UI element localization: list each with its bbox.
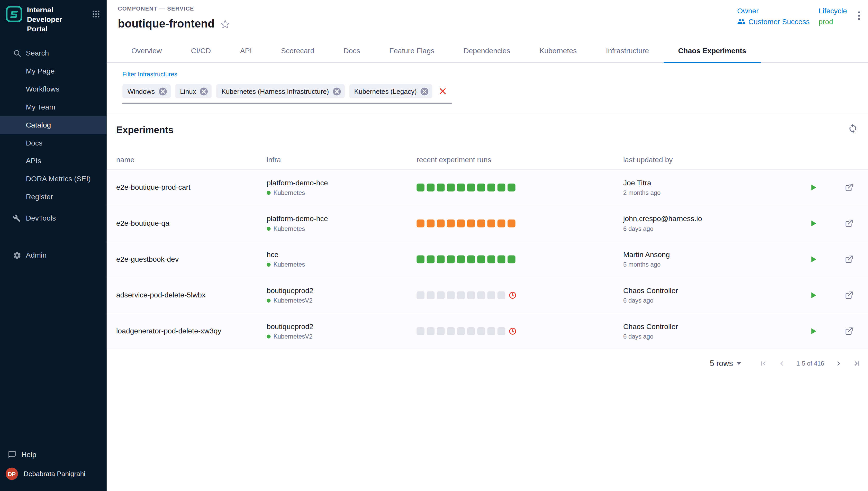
rows-per-page-select[interactable]: 5 rows [710, 358, 742, 368]
last-page-icon[interactable] [853, 359, 861, 367]
open-experiment-icon[interactable] [844, 326, 853, 336]
experiment-row[interactable]: e2e-boutique-qa platform-demo-hce Kubern… [107, 205, 868, 241]
experiment-infra: boutiqueprod2 KubernetesV2 [267, 322, 416, 340]
tab-api[interactable]: API [226, 39, 266, 63]
open-experiment-icon[interactable] [844, 219, 853, 228]
owner-label: Owner [737, 7, 810, 15]
last-updated: Joe Titra 2 months ago [623, 178, 780, 196]
previous-page-icon[interactable] [778, 359, 786, 367]
tab-chaos-experiments[interactable]: Chaos Experiments [664, 39, 761, 63]
run-status-square [487, 327, 495, 335]
sidebar-item-dora-metrics[interactable]: DORA Metrics (SEI) [0, 170, 107, 188]
last-updated: Chaos Controller 6 days ago [623, 322, 780, 340]
infrastructure-filter-bar: Windows Linux Kubernetes (Harness Infras… [122, 84, 452, 104]
chip-remove-icon[interactable] [158, 87, 167, 95]
tab-kubernetes[interactable]: Kubernetes [525, 39, 591, 63]
sidebar-item-apis[interactable]: APIs [0, 152, 107, 170]
run-status-square [477, 255, 485, 263]
run-experiment-button[interactable] [810, 255, 818, 263]
infra-type: KubernetesV2 [273, 333, 312, 340]
run-status-square [497, 327, 505, 335]
tab-docs[interactable]: Docs [329, 39, 375, 63]
run-status-square [447, 255, 455, 263]
sidebar-item-label: My Team [26, 103, 55, 111]
sidebar-item-my-page[interactable]: My Page [0, 62, 107, 80]
people-icon [737, 18, 746, 26]
run-status-square [497, 291, 505, 299]
page-range: 1-5 of 416 [796, 360, 824, 367]
tab-overview[interactable]: Overview [117, 39, 176, 63]
sidebar: Internal Developer Portal Search M [0, 0, 107, 491]
sidebar-item-docs[interactable]: Docs [0, 134, 107, 152]
filter-infrastructures-link[interactable]: Filter Infrastructures [122, 71, 177, 77]
experiment-row[interactable]: e2e-boutique-prod-cart platform-demo-hce… [107, 169, 868, 205]
updated-by: Chaos Controller [623, 286, 780, 295]
tab-scorecard[interactable]: Scorecard [266, 39, 329, 63]
run-status-square [416, 183, 425, 191]
next-page-icon[interactable] [834, 359, 843, 367]
open-experiment-icon[interactable] [844, 255, 853, 263]
run-status-square [477, 291, 485, 299]
tab-cicd[interactable]: CI/CD [176, 39, 226, 63]
portal-title: Internal Developer Portal [27, 6, 83, 34]
clear-filters-icon[interactable] [437, 88, 449, 95]
kebab-menu-icon[interactable] [857, 10, 861, 21]
chip-remove-icon[interactable] [200, 87, 208, 95]
experiment-row[interactable]: e2e-guestbook-dev hce Kubernetes Martin … [107, 241, 868, 278]
tab-dependencies[interactable]: Dependencies [449, 39, 525, 63]
app-viewport: Internal Developer Portal Search M [0, 0, 868, 491]
experiment-name: e2e-guestbook-dev [116, 255, 267, 263]
experiment-infra: platform-demo-hce Kubernetes [267, 214, 416, 232]
sidebar-item-devtools[interactable]: DevTools [0, 209, 107, 227]
infra-status-dot [267, 227, 270, 230]
run-experiment-button[interactable] [810, 291, 818, 299]
experiments-section: Experiments name infra recent experiment… [107, 113, 868, 376]
lifecycle-label: Lifecycle [819, 7, 847, 15]
run-experiment-button[interactable] [810, 327, 818, 335]
first-page-icon[interactable] [759, 359, 768, 367]
sidebar-item-search[interactable]: Search [0, 44, 107, 62]
sidebar-footer: Help DP Debabrata Panigrahi [0, 445, 107, 491]
run-status-square [416, 255, 425, 263]
favorite-star-icon[interactable] [220, 19, 230, 29]
run-experiment-button[interactable] [810, 219, 818, 227]
experiment-name: adservice-pod-delete-5lwbx [116, 291, 267, 299]
sidebar-item-catalog[interactable]: Catalog [0, 116, 107, 134]
sidebar-item-workflows[interactable]: Workflows [0, 80, 107, 98]
tab-infrastructure[interactable]: Infrastructure [591, 39, 664, 63]
rows-per-page-value: 5 rows [710, 358, 733, 368]
open-experiment-icon[interactable] [844, 183, 853, 192]
sidebar-item-admin[interactable]: Admin [0, 246, 107, 264]
chip-label: Kubernetes (Harness Infrastructure) [221, 87, 329, 95]
run-status-square [447, 183, 455, 191]
experiment-infra: hce Kubernetes [267, 250, 416, 268]
run-status-square [467, 291, 475, 299]
run-status-square [487, 255, 495, 263]
updated-by: Chaos Controller [623, 322, 780, 330]
updated-by: Joe Titra [623, 178, 780, 187]
user-profile[interactable]: DP Debabrata Panigrahi [0, 463, 107, 485]
pagination: 5 rows 1-5 of 416 [107, 350, 868, 376]
lifecycle-value: prod [819, 18, 847, 26]
run-experiment-button[interactable] [810, 183, 818, 191]
apps-grid-icon[interactable] [92, 10, 100, 18]
tab-feature-flags[interactable]: Feature Flags [375, 39, 449, 63]
help-button[interactable]: Help [0, 445, 107, 463]
experiment-infra: boutiqueprod2 KubernetesV2 [267, 286, 416, 304]
open-experiment-icon[interactable] [844, 290, 853, 299]
refresh-icon[interactable] [848, 123, 858, 134]
chip-remove-icon[interactable] [421, 87, 429, 95]
gear-icon [13, 251, 21, 259]
table-header: name infra recent experiment runs last u… [107, 150, 868, 169]
sidebar-item-my-team[interactable]: My Team [0, 98, 107, 116]
sidebar-item-register[interactable]: Register [0, 188, 107, 206]
main-content: COMPONENT — SERVICE boutique-frontend Ow… [107, 0, 868, 491]
run-status-square [416, 327, 425, 335]
owner-link[interactable]: Customer Success [737, 18, 810, 26]
experiment-row[interactable]: adservice-pod-delete-5lwbx boutiqueprod2… [107, 278, 868, 313]
experiment-row[interactable]: loadgenerator-pod-delete-xw3qy boutiquep… [107, 313, 868, 349]
owner-value: Customer Success [748, 18, 810, 26]
chip-remove-icon[interactable] [333, 87, 341, 95]
experiment-name: loadgenerator-pod-delete-xw3qy [116, 327, 267, 335]
avatar: DP [6, 468, 18, 480]
